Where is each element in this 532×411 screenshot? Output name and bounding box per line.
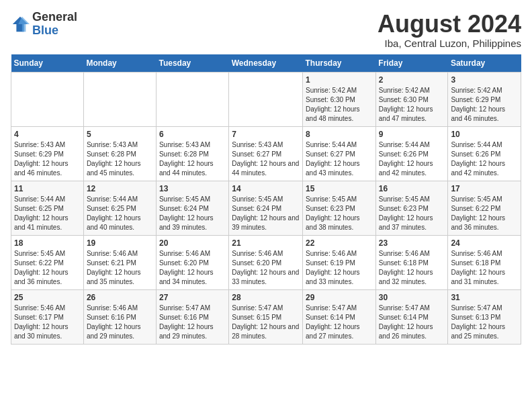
day-info: Sunrise: 5:46 AM Sunset: 6:20 PM Dayligh… bbox=[159, 249, 226, 287]
day-number: 23 bbox=[379, 238, 445, 248]
day-number: 30 bbox=[379, 293, 445, 302]
day-number: 26 bbox=[87, 293, 153, 302]
day-cell: 15Sunrise: 5:45 AM Sunset: 6:23 PM Dayli… bbox=[303, 181, 376, 235]
header-day-wednesday: Wednesday bbox=[229, 54, 303, 73]
day-info: Sunrise: 5:44 AM Sunset: 6:27 PM Dayligh… bbox=[306, 140, 373, 178]
page: General Blue August 2024 Iba, Central Lu… bbox=[0, 0, 532, 350]
header: General Blue August 2024 Iba, Central Lu… bbox=[11, 11, 521, 49]
day-cell: 21Sunrise: 5:46 AM Sunset: 6:20 PM Dayli… bbox=[229, 235, 303, 289]
logo-blue-text: Blue bbox=[32, 24, 77, 38]
day-number: 28 bbox=[232, 293, 300, 302]
day-number: 22 bbox=[306, 238, 373, 248]
day-number: 11 bbox=[14, 184, 81, 193]
header-row: SundayMondayTuesdayWednesdayThursdayFrid… bbox=[11, 54, 521, 73]
day-number: 15 bbox=[306, 184, 373, 193]
day-cell: 10Sunrise: 5:44 AM Sunset: 6:26 PM Dayli… bbox=[448, 126, 521, 181]
day-cell: 17Sunrise: 5:45 AM Sunset: 6:22 PM Dayli… bbox=[448, 181, 521, 235]
day-cell: 22Sunrise: 5:46 AM Sunset: 6:19 PM Dayli… bbox=[303, 235, 376, 289]
day-info: Sunrise: 5:46 AM Sunset: 6:19 PM Dayligh… bbox=[306, 249, 373, 287]
day-number: 29 bbox=[306, 293, 373, 302]
day-number: 19 bbox=[87, 238, 153, 248]
day-cell: 31Sunrise: 5:47 AM Sunset: 6:13 PM Dayli… bbox=[448, 289, 521, 344]
day-cell bbox=[156, 72, 228, 126]
day-info: Sunrise: 5:42 AM Sunset: 6:29 PM Dayligh… bbox=[451, 86, 518, 124]
week-row-3: 18Sunrise: 5:45 AM Sunset: 6:22 PM Dayli… bbox=[11, 235, 521, 289]
day-cell: 23Sunrise: 5:46 AM Sunset: 6:18 PM Dayli… bbox=[375, 235, 448, 289]
day-cell: 6Sunrise: 5:43 AM Sunset: 6:28 PM Daylig… bbox=[156, 126, 228, 181]
day-number: 9 bbox=[379, 130, 445, 139]
day-info: Sunrise: 5:44 AM Sunset: 6:26 PM Dayligh… bbox=[379, 140, 445, 178]
day-cell bbox=[83, 72, 156, 126]
day-info: Sunrise: 5:45 AM Sunset: 6:23 PM Dayligh… bbox=[306, 195, 373, 232]
day-number: 2 bbox=[379, 75, 445, 85]
day-info: Sunrise: 5:45 AM Sunset: 6:22 PM Dayligh… bbox=[451, 195, 518, 232]
logo-general-text: General bbox=[32, 11, 77, 24]
location-subtitle: Iba, Central Luzon, Philippines bbox=[378, 38, 521, 49]
title-area: August 2024 Iba, Central Luzon, Philippi… bbox=[378, 11, 521, 49]
logo-text: General Blue bbox=[32, 11, 77, 38]
day-number: 25 bbox=[14, 293, 81, 302]
day-info: Sunrise: 5:46 AM Sunset: 6:20 PM Dayligh… bbox=[232, 249, 300, 287]
day-info: Sunrise: 5:46 AM Sunset: 6:21 PM Dayligh… bbox=[87, 249, 153, 287]
header-day-sunday: Sunday bbox=[11, 54, 84, 73]
calendar-header: SundayMondayTuesdayWednesdayThursdayFrid… bbox=[11, 54, 521, 73]
day-info: Sunrise: 5:43 AM Sunset: 6:27 PM Dayligh… bbox=[232, 140, 300, 178]
day-number: 18 bbox=[14, 238, 81, 248]
day-info: Sunrise: 5:45 AM Sunset: 6:24 PM Dayligh… bbox=[159, 195, 226, 232]
day-info: Sunrise: 5:42 AM Sunset: 6:30 PM Dayligh… bbox=[379, 86, 445, 124]
day-cell: 20Sunrise: 5:46 AM Sunset: 6:20 PM Dayli… bbox=[156, 235, 228, 289]
day-number: 12 bbox=[87, 184, 153, 193]
day-number: 20 bbox=[159, 238, 226, 248]
day-info: Sunrise: 5:45 AM Sunset: 6:22 PM Dayligh… bbox=[14, 249, 81, 287]
day-cell: 19Sunrise: 5:46 AM Sunset: 6:21 PM Dayli… bbox=[83, 235, 156, 289]
day-info: Sunrise: 5:44 AM Sunset: 6:25 PM Dayligh… bbox=[14, 195, 81, 232]
logo: General Blue bbox=[11, 11, 77, 38]
day-cell: 28Sunrise: 5:47 AM Sunset: 6:15 PM Dayli… bbox=[229, 289, 303, 344]
day-cell: 16Sunrise: 5:45 AM Sunset: 6:23 PM Dayli… bbox=[375, 181, 448, 235]
day-info: Sunrise: 5:43 AM Sunset: 6:28 PM Dayligh… bbox=[87, 140, 153, 178]
day-info: Sunrise: 5:46 AM Sunset: 6:16 PM Dayligh… bbox=[87, 304, 153, 341]
day-info: Sunrise: 5:47 AM Sunset: 6:14 PM Dayligh… bbox=[306, 304, 373, 341]
day-cell bbox=[229, 72, 303, 126]
day-cell: 29Sunrise: 5:47 AM Sunset: 6:14 PM Dayli… bbox=[303, 289, 376, 344]
day-info: Sunrise: 5:43 AM Sunset: 6:29 PM Dayligh… bbox=[14, 140, 81, 178]
day-info: Sunrise: 5:43 AM Sunset: 6:28 PM Dayligh… bbox=[159, 140, 226, 178]
week-row-2: 11Sunrise: 5:44 AM Sunset: 6:25 PM Dayli… bbox=[11, 181, 521, 235]
day-number: 16 bbox=[379, 184, 445, 193]
day-cell: 25Sunrise: 5:46 AM Sunset: 6:17 PM Dayli… bbox=[11, 289, 84, 344]
day-number: 27 bbox=[159, 293, 226, 302]
day-cell: 14Sunrise: 5:45 AM Sunset: 6:24 PM Dayli… bbox=[229, 181, 303, 235]
calendar-body: 1Sunrise: 5:42 AM Sunset: 6:30 PM Daylig… bbox=[11, 72, 521, 344]
day-info: Sunrise: 5:46 AM Sunset: 6:17 PM Dayligh… bbox=[14, 304, 81, 341]
day-number: 6 bbox=[159, 130, 226, 139]
day-number: 24 bbox=[451, 238, 518, 248]
day-cell: 30Sunrise: 5:47 AM Sunset: 6:14 PM Dayli… bbox=[375, 289, 448, 344]
month-year-title: August 2024 bbox=[378, 11, 521, 38]
day-info: Sunrise: 5:45 AM Sunset: 6:24 PM Dayligh… bbox=[232, 195, 300, 232]
day-info: Sunrise: 5:47 AM Sunset: 6:13 PM Dayligh… bbox=[451, 304, 518, 341]
day-cell: 8Sunrise: 5:44 AM Sunset: 6:27 PM Daylig… bbox=[303, 126, 376, 181]
day-number: 31 bbox=[451, 293, 518, 302]
day-info: Sunrise: 5:42 AM Sunset: 6:30 PM Dayligh… bbox=[306, 86, 373, 124]
day-cell: 12Sunrise: 5:44 AM Sunset: 6:25 PM Dayli… bbox=[83, 181, 156, 235]
day-cell: 24Sunrise: 5:46 AM Sunset: 6:18 PM Dayli… bbox=[448, 235, 521, 289]
day-cell: 2Sunrise: 5:42 AM Sunset: 6:30 PM Daylig… bbox=[375, 72, 448, 126]
week-row-1: 4Sunrise: 5:43 AM Sunset: 6:29 PM Daylig… bbox=[11, 126, 521, 181]
day-number: 8 bbox=[306, 130, 373, 139]
logo-icon bbox=[11, 15, 30, 34]
day-number: 17 bbox=[451, 184, 518, 193]
day-info: Sunrise: 5:46 AM Sunset: 6:18 PM Dayligh… bbox=[379, 249, 445, 287]
calendar-table: SundayMondayTuesdayWednesdayThursdayFrid… bbox=[11, 54, 521, 345]
header-day-saturday: Saturday bbox=[448, 54, 521, 73]
day-info: Sunrise: 5:44 AM Sunset: 6:26 PM Dayligh… bbox=[451, 140, 518, 178]
day-number: 7 bbox=[232, 130, 300, 139]
day-cell: 5Sunrise: 5:43 AM Sunset: 6:28 PM Daylig… bbox=[83, 126, 156, 181]
day-cell: 4Sunrise: 5:43 AM Sunset: 6:29 PM Daylig… bbox=[11, 126, 84, 181]
header-day-tuesday: Tuesday bbox=[156, 54, 228, 73]
day-cell: 9Sunrise: 5:44 AM Sunset: 6:26 PM Daylig… bbox=[375, 126, 448, 181]
day-info: Sunrise: 5:47 AM Sunset: 6:16 PM Dayligh… bbox=[159, 304, 226, 341]
day-number: 10 bbox=[451, 130, 518, 139]
week-row-0: 1Sunrise: 5:42 AM Sunset: 6:30 PM Daylig… bbox=[11, 72, 521, 126]
day-number: 14 bbox=[232, 184, 300, 193]
day-info: Sunrise: 5:44 AM Sunset: 6:25 PM Dayligh… bbox=[87, 195, 153, 232]
